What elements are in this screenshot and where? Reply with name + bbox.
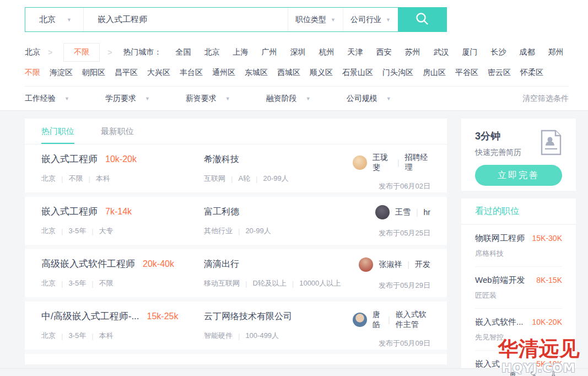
job-row[interactable]: 嵌入式工程师 7k-14k 北京 3-5年 大专 富工利德 其他行业 20-99… [25, 197, 447, 245]
district-huairou[interactable]: 怀柔区 [520, 68, 543, 78]
company-industry: 其他行业 [204, 226, 233, 236]
district-pinggu[interactable]: 平谷区 [455, 68, 478, 78]
chevron-down-icon: ▼ [67, 17, 72, 23]
job-title: 中/高级嵌入式工程师-... [41, 310, 139, 323]
industry-dropdown[interactable]: 公司行业 ▼ [343, 8, 398, 31]
district-shijingshan[interactable]: 石景山区 [342, 68, 373, 78]
job-type-dropdown[interactable]: 职位类型 ▼ [288, 8, 343, 31]
filter-row: 工作经验 ▼ 学历要求 ▼ 薪资要求 ▼ 融资阶段 ▼ 公司规模 ▼ 清空筛选条… [25, 86, 569, 110]
job-search-page: 北京 ▼ 职位类型 ▼ 公司行业 ▼ [0, 0, 588, 376]
divider [88, 175, 90, 183]
filter-experience[interactable]: 工作经验 ▼ [25, 94, 69, 104]
city-link-shenzhen[interactable]: 深圳 [290, 47, 305, 57]
chevron-down-icon: ▼ [225, 96, 230, 101]
divider [91, 227, 93, 235]
viewed-job-company: 先见智控 [475, 332, 562, 342]
city-link-beijing[interactable]: 北京 [204, 47, 219, 57]
district-miyun[interactable]: 密云区 [488, 68, 511, 78]
district-haidian[interactable]: 海淀区 [50, 68, 73, 78]
clear-filters-button[interactable]: 清空筛选条件 [522, 94, 569, 104]
post-date: 发布于06月02日 [379, 181, 430, 191]
breadcrumb-city[interactable]: 北京 [25, 47, 40, 57]
divider [397, 158, 400, 167]
job-row[interactable]: 嵌入式工程师 10k-20k 北京 不限 本科 希澈科技 互联网 A轮 20-9… [25, 144, 447, 192]
job-location: 北京 [41, 331, 56, 341]
job-location: 北京 [41, 226, 56, 236]
viewed-job-item[interactable]: Web前端开发 8K-15K 匠匠装 [475, 267, 562, 309]
breadcrumb-selected-tab[interactable]: 不限 [63, 43, 100, 62]
city-link-zhengzhou[interactable]: 郑州 [548, 47, 563, 57]
district-daxing[interactable]: 大兴区 [147, 68, 170, 78]
city-select-dropdown[interactable]: 北京 ▼ [25, 8, 84, 31]
city-link-all[interactable]: 全国 [175, 47, 191, 57]
job-education: 不限 [99, 278, 114, 288]
divider [231, 175, 233, 183]
city-link-shanghai[interactable]: 上海 [233, 47, 248, 57]
complete-resume-button[interactable]: 立即完善 [475, 165, 562, 186]
district-fengtai[interactable]: 丰台区 [180, 68, 203, 78]
resume-minutes: 3分钟 [475, 130, 521, 143]
tab-latest-jobs[interactable]: 最新职位 [101, 119, 134, 144]
district-tongzhou[interactable]: 通州区 [212, 68, 235, 78]
viewed-job-salary: 15K-30K [532, 234, 562, 243]
company-stage: A轮 [238, 174, 250, 184]
recruiter-name: 王雪 [395, 207, 411, 217]
company-industry: 智能硬件 [204, 331, 233, 341]
resume-promo-card: 3分钟 快速完善简历 立即完善 [461, 119, 576, 191]
district-mentougou[interactable]: 门头沟区 [382, 68, 413, 78]
filter-company-scale[interactable]: 公司规模 ▼ [347, 94, 391, 104]
viewed-job-item[interactable]: 物联网工程师 15K-30K 席格科技 [475, 225, 562, 267]
filter-education[interactable]: 学历要求 ▼ [105, 94, 150, 104]
breadcrumb: 北京 > 不限 > 热门城市： 全国 北京 上海 广州 深圳 杭州 天津 西安 … [25, 43, 576, 62]
row-separator [25, 192, 447, 197]
cutoff-footer-icons: ⊕ ✎ ⇩ [510, 370, 557, 376]
post-date: 发布于05月09日 [379, 339, 430, 348]
company-name: 云丁网络技术有限公司 [204, 310, 353, 323]
district-shunyi[interactable]: 顺义区 [310, 68, 333, 78]
district-dongcheng[interactable]: 东城区 [245, 68, 268, 78]
company-industry: 互联网 [204, 174, 225, 184]
district-chaoyang[interactable]: 朝阳区 [82, 68, 105, 78]
job-type-label: 职位类型 [295, 15, 326, 25]
viewed-job-item[interactable]: 嵌入式软件... 10K-20K 先见智控 [475, 309, 562, 351]
filter-salary[interactable]: 薪资要求 ▼ [186, 94, 230, 104]
company-size: 10000人以上 [299, 278, 341, 288]
company-name: 滴滴出行 [204, 257, 353, 270]
job-title: 嵌入式工程师 [41, 153, 98, 165]
chevron-down-icon: ▼ [386, 17, 391, 23]
company-name: 希澈科技 [204, 153, 353, 165]
divider [388, 315, 390, 324]
job-experience: 3-5年 [68, 226, 86, 236]
chevron-down-icon: ▼ [145, 96, 150, 101]
job-row[interactable]: 高级嵌入式软件工程师 20k-40k 北京 3-5年 不限 滴滴出行 移动互联网… [25, 249, 447, 297]
city-link-xian[interactable]: 西安 [376, 47, 391, 57]
avatar [375, 205, 390, 219]
district-any[interactable]: 不限 [25, 68, 40, 78]
district-xicheng[interactable]: 西城区 [277, 68, 300, 78]
filter-funding[interactable]: 融资阶段 ▼ [266, 94, 311, 104]
tab-hot-jobs[interactable]: 热门职位 [41, 119, 74, 144]
city-link-wuhan[interactable]: 武汉 [433, 47, 449, 57]
district-fangshan[interactable]: 房山区 [423, 68, 446, 78]
search-input[interactable] [84, 8, 288, 31]
post-date: 发布于05月25日 [379, 228, 430, 238]
job-row[interactable]: 中/高级嵌入式工程师-... 15k-25k 北京 3-5年 本科 云丁网络技术… [25, 302, 447, 350]
city-link-tianjin[interactable]: 天津 [347, 47, 363, 57]
avatar [353, 155, 367, 170]
city-link-hangzhou[interactable]: 杭州 [319, 47, 334, 57]
city-link-xiamen[interactable]: 厦门 [462, 47, 477, 57]
chevron-down-icon: ▼ [64, 96, 69, 101]
city-link-chengdu[interactable]: 成都 [519, 47, 535, 57]
resume-subtitle: 快速完善简历 [475, 148, 521, 158]
city-link-changsha[interactable]: 长沙 [490, 47, 506, 57]
company-size: 20-99人 [263, 174, 288, 184]
viewed-jobs-header: 看过的职位 [461, 198, 576, 224]
city-link-guangzhou[interactable]: 广州 [261, 47, 277, 57]
chevron-down-icon: ▼ [331, 17, 336, 23]
divider [256, 175, 257, 183]
search-button[interactable] [398, 8, 446, 31]
district-changping[interactable]: 昌平区 [115, 68, 138, 78]
divider [416, 208, 418, 217]
viewed-job-title: Web前端开发 [475, 275, 525, 286]
city-link-suzhou[interactable]: 苏州 [404, 47, 420, 57]
